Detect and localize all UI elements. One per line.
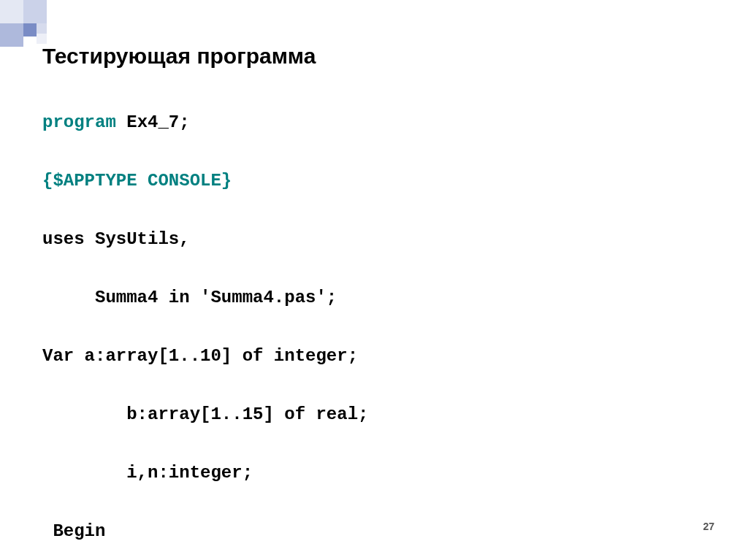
page-number: 27 <box>703 521 714 532</box>
code-text: Ex4_7; <box>116 112 190 132</box>
code-line: Begin <box>42 517 516 546</box>
keyword-program: program <box>42 112 116 132</box>
code-line: uses SysUtils, <box>42 225 516 254</box>
code-line: Summa4 in 'Summa4.pas'; <box>42 283 516 312</box>
code-line: program Ex4_7; <box>42 108 516 137</box>
code-line: {$APPTYPE CONSOLE} <box>42 166 516 196</box>
code-block: program Ex4_7; {$APPTYPE CONSOLE} uses S… <box>42 79 516 560</box>
code-line: Var a:array[1..10] of integer; <box>42 342 516 371</box>
code-line: b:array[1..15] of real; <box>42 400 516 429</box>
slide-title: Тестирующая программа <box>42 44 316 69</box>
slide: Тестирующая программа program Ex4_7; {$A… <box>0 0 748 560</box>
code-line: i,n:integer; <box>42 459 516 488</box>
